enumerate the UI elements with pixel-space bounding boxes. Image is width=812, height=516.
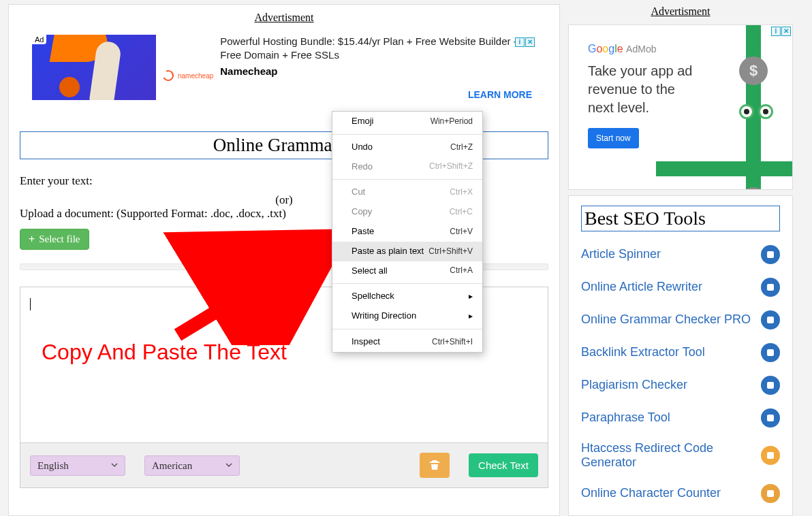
annotation-text: Copy And Paste The Text	[42, 340, 287, 365]
check-text-button[interactable]: Check Text	[469, 453, 538, 477]
tool-link[interactable]: Online Character Counter	[581, 477, 780, 510]
tool-link-label: Paraphrase Tool	[581, 410, 670, 425]
context-menu-item[interactable]: PasteCtrl+V	[332, 222, 482, 242]
tool-link[interactable]: Article Spinner	[581, 238, 780, 271]
language-select[interactable]: English	[30, 455, 125, 476]
tool-link-label: Article Spinner	[581, 247, 661, 262]
tool-icon	[761, 343, 780, 362]
context-menu-item-shortcut: Win+Period	[431, 115, 473, 128]
tool-icon	[761, 446, 780, 465]
tool-link-label: Backlink Extractor Tool	[581, 345, 705, 360]
editor-footer: English American Check Text	[20, 443, 548, 488]
sidebar-ad[interactable]: i✕ $ $ Google AdMob Take your app ad rev…	[568, 25, 793, 190]
context-menu-item-shortcut: Ctrl+Shift+I	[432, 336, 473, 349]
context-menu-item[interactable]: InspectCtrl+Shift+I	[332, 332, 482, 352]
context-menu-item-label: Redo	[352, 160, 373, 174]
text-caret	[30, 298, 31, 310]
tools-panel: Best SEO Tools Article SpinnerOnline Art…	[568, 195, 793, 516]
tool-link[interactable]: Online Grammar Checker PRO	[581, 304, 780, 336]
context-menu-item[interactable]: Select allCtrl+A	[332, 261, 482, 281]
tool-link[interactable]: Backlink Extractor Tool	[581, 336, 780, 369]
ad-label: Advertisment	[20, 12, 548, 24]
tool-link-label: Online Grammar Checker PRO	[581, 312, 751, 327]
context-menu-item-label: Inspect	[352, 335, 380, 349]
tool-icon	[761, 278, 780, 297]
context-menu-item-shortcut: Ctrl+Z	[450, 141, 473, 154]
svg-rect-9	[767, 490, 774, 497]
context-menu-item-label: Paste	[352, 225, 374, 239]
context-menu[interactable]: EmojiWin+PeriodUndoCtrl+ZRedoCtrl+Shift+…	[332, 111, 483, 353]
sidebar: Advertisment i✕ $ $ Google AdMob Take yo…	[568, 4, 793, 516]
tool-icon	[761, 376, 780, 395]
namecheap-icon	[161, 69, 176, 83]
context-menu-item-shortcut: Ctrl+Shift+Z	[429, 160, 473, 173]
ad-cta[interactable]: Start now	[588, 128, 639, 148]
context-menu-item-shortcut: Ctrl+C	[450, 206, 473, 219]
context-menu-item-label: Paste as plain text	[352, 244, 424, 259]
tool-icon	[761, 245, 780, 264]
ad-brand: namecheap	[163, 51, 213, 100]
context-menu-separator	[332, 283, 482, 284]
context-menu-item[interactable]: Spellcheck▸	[332, 287, 482, 306]
chevron-right-icon: ▸	[469, 310, 473, 323]
context-menu-separator	[332, 329, 482, 329]
chevron-right-icon: ▸	[469, 290, 473, 303]
context-menu-item-label: Select all	[352, 264, 388, 278]
tool-link-label: Online Character Counter	[581, 486, 721, 501]
tool-link-label: Plagiarism Checker	[581, 378, 687, 393]
svg-rect-2	[767, 251, 774, 258]
svg-rect-7	[767, 415, 774, 421]
top-ad[interactable]: Ad namecheap i✕ Powerful Hosting Bundle:…	[20, 28, 548, 108]
context-menu-item-shortcut: Ctrl+Shift+V	[428, 245, 473, 258]
tool-icon	[761, 310, 780, 329]
adchoices-icon[interactable]: i✕	[515, 37, 535, 47]
context-menu-item[interactable]: Paste as plain textCtrl+Shift+V	[332, 242, 482, 261]
tool-link[interactable]: Online Article Rewriter	[581, 271, 780, 304]
svg-rect-3	[767, 284, 774, 291]
ad-cta[interactable]: LEARN MORE	[468, 89, 532, 100]
tools-list: Article SpinnerOnline Article RewriterOn…	[581, 238, 780, 510]
delete-button[interactable]	[420, 453, 450, 478]
context-menu-item-label: Cut	[352, 185, 365, 199]
context-menu-item[interactable]: UndoCtrl+Z	[332, 138, 482, 157]
ad-label: Advertisment	[568, 5, 793, 18]
tool-link-label: Htaccess Redirect Code Generator	[581, 441, 761, 470]
main-panel: Advertisment Ad namecheap i✕ Powerful Ho…	[8, 4, 560, 516]
svg-rect-8	[767, 452, 774, 459]
tool-link-label: Online Article Rewriter	[581, 280, 702, 295]
context-menu-separator	[332, 179, 482, 180]
plus-icon: +	[29, 234, 35, 245]
svg-rect-5	[767, 349, 774, 356]
context-menu-item-shortcut: Ctrl+A	[450, 264, 473, 277]
ad-badge: Ad	[32, 35, 46, 44]
context-menu-item-label: Spellcheck	[352, 289, 394, 304]
context-menu-item: RedoCtrl+Shift+Z	[332, 157, 482, 177]
context-menu-item-shortcut: Ctrl+X	[450, 186, 473, 199]
context-menu-item-label: Writing Direction	[352, 309, 416, 323]
ad-headline: Powerful Hosting Bundle: $15.44/yr Plan …	[220, 35, 536, 63]
context-menu-item[interactable]: EmojiWin+Period	[332, 112, 482, 131]
tool-link[interactable]: Htaccess Redirect Code Generator	[581, 434, 780, 477]
select-file-button[interactable]: + Select file	[20, 229, 89, 250]
tool-icon	[761, 408, 780, 428]
ad-thumbnail: Ad	[32, 35, 156, 100]
trash-icon	[429, 460, 440, 472]
context-menu-item-label: Emoji	[352, 114, 374, 129]
context-menu-item-shortcut: Ctrl+V	[450, 225, 473, 238]
svg-rect-4	[767, 317, 774, 323]
context-menu-item-label: Undo	[352, 140, 373, 155]
ad-copy: Take your app ad revenue to the next lev…	[588, 62, 700, 117]
tools-title: Best SEO Tools	[581, 206, 780, 231]
tool-link[interactable]: Paraphrase Tool	[581, 402, 780, 434]
context-menu-separator	[332, 134, 482, 135]
svg-rect-6	[767, 382, 774, 389]
context-menu-item: CutCtrl+X	[332, 182, 482, 202]
context-menu-item-label: Copy	[352, 205, 372, 219]
tool-icon	[761, 484, 780, 503]
context-menu-item[interactable]: Writing Direction▸	[332, 306, 482, 326]
context-menu-item: CopyCtrl+C	[332, 202, 482, 222]
ad-advertiser: Namecheap	[220, 65, 536, 77]
tool-link[interactable]: Plagiarism Checker	[581, 369, 780, 402]
google-admob-logo: Google AdMob	[588, 43, 656, 54]
variant-select[interactable]: American	[144, 455, 240, 476]
